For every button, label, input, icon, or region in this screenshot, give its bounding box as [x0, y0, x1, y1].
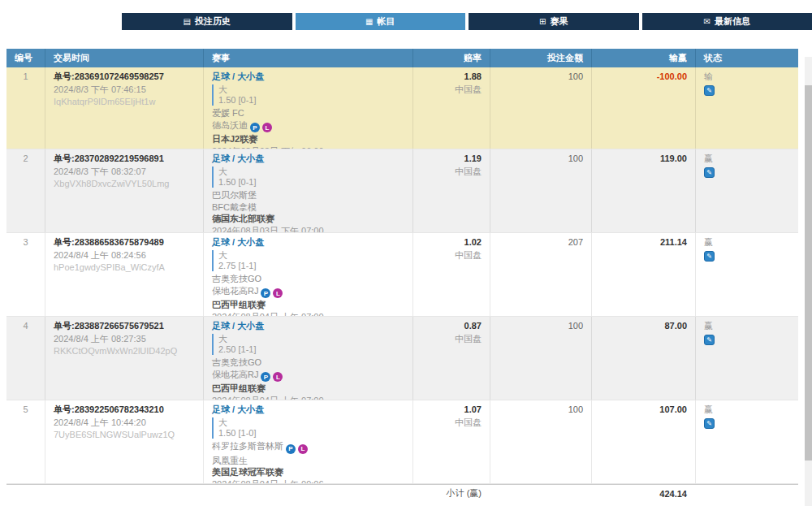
note-icon[interactable]: ✎: [704, 335, 715, 345]
table-row: 2 单号:283702892219596891 2024/8/3 下午 08:3…: [6, 149, 798, 233]
table-row: 4 单号:283887266575679521 2024/8/4 上午 08:2…: [6, 317, 798, 400]
note-icon[interactable]: ✎: [704, 85, 715, 96]
transaction-time: 2024/8/4 上午 08:27:35: [54, 334, 195, 344]
parlay-badge-icon[interactable]: P: [261, 372, 270, 382]
transaction-ref: 7UyBE6SfLNGWSUalPuwz1Q: [54, 430, 195, 440]
vertical-scrollbar-thumb[interactable]: [805, 85, 812, 461]
header-odds: 赔率: [412, 49, 490, 67]
parlay-badge-icon[interactable]: P: [261, 288, 270, 298]
note-icon[interactable]: ✎: [704, 251, 715, 262]
header-event: 赛事: [203, 49, 412, 67]
top-nav: ▤ 投注历史 ▦ 帐目 ⊞ 赛果 ✉ 最新信息: [122, 13, 812, 30]
odds-type: 中国盘: [421, 167, 482, 177]
ledger-icon: ▦: [365, 18, 373, 26]
order-number: 单号:283922506782343210: [54, 404, 195, 415]
status-cell: 输 ✎: [695, 67, 798, 149]
bet-history-icon: ▤: [184, 18, 191, 26]
tab-accounts[interactable]: ▦ 帐目: [296, 13, 466, 30]
note-icon[interactable]: ✎: [704, 167, 715, 178]
pick: 大: [218, 250, 404, 261]
market-link[interactable]: 足球 / 大小盘: [212, 237, 264, 247]
parlay-badge-icon[interactable]: P: [250, 123, 260, 132]
results-icon: ⊞: [539, 18, 546, 26]
transaction-cell: 单号:283922506782343210 2024/8/4 上午 10:44:…: [45, 400, 203, 483]
odds-cell: 1.19 中国盘: [412, 149, 490, 232]
market-link[interactable]: 足球 / 大小盘: [212, 321, 264, 331]
odds-cell: 1.88 中国盘: [412, 67, 490, 149]
odds-line: 1.50 [0-1]: [218, 177, 404, 188]
transaction-time: 2024/8/4 上午 10:44:20: [54, 417, 195, 428]
subtotal-value: 424.14: [591, 489, 695, 499]
league-name: 巴西甲组联赛: [212, 300, 404, 310]
pick: 大: [218, 334, 404, 344]
event-cell: 足球 / 大小盘 大 1.50 [0-1] 爱媛 FC 德岛沃迪PL 日本J2联…: [203, 67, 412, 149]
live-badge-icon[interactable]: L: [262, 123, 272, 132]
subtotal-label: 小计 (赢): [412, 487, 490, 500]
status-cell: 赢 ✎: [695, 149, 798, 232]
home-team: 科罗拉多斯普林斯PL: [212, 441, 404, 454]
header-status: 状态: [695, 49, 798, 67]
accounts-table: 编号 交易时间 赛事 赔率 投注金额 输赢 状态 1 单号:2836910724…: [6, 49, 798, 502]
row-number: 5: [6, 400, 45, 483]
odds-value: 1.02: [421, 237, 482, 248]
league-name: 日本J2联赛: [212, 134, 404, 145]
home-team: 巴贝尔斯堡: [212, 190, 404, 201]
odds-type: 中国盘: [421, 84, 482, 95]
away-team-name: 德岛沃迪: [212, 120, 248, 130]
tab-latest-info-label: 最新信息: [715, 15, 750, 28]
live-badge-icon[interactable]: L: [298, 444, 308, 454]
away-team: 保地花高RJPL: [212, 286, 404, 299]
status-cell: 赢 ✎: [695, 317, 798, 400]
order-number: 单号:283702892219596891: [54, 154, 195, 164]
table-row: 1 单号:283691072469598257 2024/8/3 下午 07:4…: [6, 67, 798, 149]
row-number: 3: [6, 233, 45, 316]
status-cell: 赢 ✎: [695, 400, 798, 483]
league-name: 德国东北部联赛: [212, 214, 404, 224]
away-team: 德岛沃迪PL: [212, 120, 404, 133]
event-cell: 足球 / 大小盘 大 1.50 [1-0] 科罗拉多斯普林斯PL 凤凰重生 美国…: [203, 400, 412, 483]
pick-block: 大 2.50 [1-1]: [212, 334, 404, 355]
transaction-time: 2024/8/3 下午 08:32:07: [54, 167, 195, 177]
pick-block: 大 2.75 [1-1]: [212, 250, 404, 271]
order-number: 单号:283886583675879489: [54, 237, 195, 248]
odds-cell: 0.87 中国盘: [412, 317, 490, 400]
tab-results-label: 赛果: [550, 15, 568, 28]
pick: 大: [218, 417, 404, 428]
market-link[interactable]: 足球 / 大小盘: [212, 71, 264, 81]
tab-bet-history-label: 投注历史: [195, 15, 231, 28]
home-team: 吉奥竞技GO: [212, 357, 404, 368]
row-number: 2: [6, 149, 45, 232]
transaction-ref: IqKhatqrP9IDm65EIjHt1w: [54, 97, 195, 107]
result-value: 119.00: [600, 154, 687, 164]
status-text: 赢: [704, 154, 790, 164]
odds-line: 2.75 [1-1]: [218, 261, 404, 271]
odds-line: 1.50 [1-0]: [218, 428, 404, 439]
odds-value: 1.88: [421, 71, 482, 82]
tab-latest-info[interactable]: ✉ 最新信息: [642, 13, 812, 30]
result-value: 87.00: [600, 321, 687, 331]
home-team-name: 科罗拉多斯普林斯: [212, 441, 283, 451]
vertical-scrollbar-track[interactable]: [805, 57, 812, 506]
table-header-row: 编号 交易时间 赛事 赔率 投注金额 输赢 状态: [6, 49, 798, 67]
tab-results[interactable]: ⊞ 赛果: [469, 13, 639, 30]
transaction-ref: hPoe1gwdySPIBa_WiCzyfA: [54, 262, 195, 273]
note-icon[interactable]: ✎: [704, 418, 715, 429]
tab-bet-history[interactable]: ▤ 投注历史: [122, 13, 292, 30]
event-cell: 足球 / 大小盘 大 2.50 [1-1] 吉奥竞技GO 保地花高RJPL 巴西…: [203, 317, 412, 400]
odds-value: 0.87: [421, 321, 482, 331]
odds-type: 中国盘: [421, 334, 482, 344]
odds-cell: 1.07 中国盘: [412, 400, 490, 483]
live-badge-icon[interactable]: L: [273, 372, 283, 382]
order-number: 单号:283691072469598257: [54, 71, 195, 82]
result-value: -100.00: [600, 71, 687, 82]
pick: 大: [218, 167, 404, 177]
market-link[interactable]: 足球 / 大小盘: [212, 154, 264, 163]
market-link[interactable]: 足球 / 大小盘: [212, 404, 264, 414]
stake-value: 100: [490, 400, 591, 483]
parlay-badge-icon[interactable]: P: [286, 444, 296, 454]
live-badge-icon[interactable]: L: [273, 288, 283, 298]
odds-value: 1.19: [421, 154, 482, 164]
league-name: 巴西甲组联赛: [212, 383, 404, 394]
league-name: 美国足球冠军联赛: [212, 467, 404, 478]
event-cell: 足球 / 大小盘 大 2.75 [1-1] 吉奥竞技GO 保地花高RJPL 巴西…: [203, 233, 412, 316]
